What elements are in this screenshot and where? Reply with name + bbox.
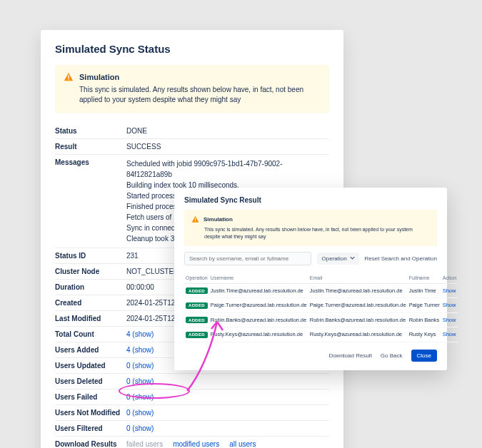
banner-body: This sync is simulated. Any results show… [64, 85, 321, 105]
table-row: ADDED Paige.Turner@azuread.lab.resolutio… [184, 298, 458, 313]
cell-fullname: Rusty Keys [408, 327, 441, 342]
status-value: DONE [126, 123, 329, 139]
updated-link[interactable]: 0 (show) [126, 362, 154, 370]
download-result-link[interactable]: Download Result [328, 352, 371, 359]
cell-email: Paige.Turner@azuread.lab.resolution.de [308, 298, 408, 313]
created-label: Created [55, 295, 126, 311]
simulation-banner: Simulation This sync is simulated. Any r… [55, 65, 329, 113]
search-input[interactable] [184, 252, 311, 265]
page-title: Simulated Sync Status [55, 43, 329, 55]
total-link[interactable]: 4 (show) [126, 330, 154, 338]
duration-label: Duration [55, 280, 126, 295]
modified-label: Last Modified [55, 311, 126, 327]
unmod-link[interactable]: 0 (show) [126, 409, 154, 417]
message-line: Scheduled with jobid 9909c975-1bd1-47b7-… [126, 158, 326, 180]
row-show-link[interactable]: Show [443, 302, 456, 308]
svg-rect-2 [195, 218, 196, 220]
added-badge: ADDED [186, 332, 208, 338]
col-operation: Operation [184, 273, 209, 284]
result-close-button[interactable]: Close [411, 350, 437, 362]
result-table: Operation Username Email Fullname Action… [184, 273, 458, 342]
operation-label: Operation [321, 255, 346, 262]
download-all-link[interactable]: all users [229, 440, 256, 448]
cell-email: Rusty.Keys@azuread.lab.resolution.de [308, 327, 408, 342]
cell-username: Justin.Time@azuread.lab.resolution.de [209, 283, 308, 298]
cell-fullname: Paige Turner [408, 298, 441, 313]
warning-icon [64, 72, 74, 82]
warning-icon [191, 215, 199, 223]
col-username: Username [209, 273, 308, 284]
row-show-link[interactable]: Show [443, 287, 456, 294]
cluster-label: Cluster Node [55, 264, 126, 280]
banner-title: Simulation [79, 73, 119, 81]
table-row: ADDED Robin.Banks@azuread.lab.resolution… [184, 312, 458, 327]
cell-fullname: Robin Banks [408, 312, 441, 327]
result-simulation-banner: Simulation This sync is simulated. Any r… [184, 210, 437, 246]
cell-username: Robin.Banks@azuread.lab.resolution.de [209, 312, 308, 327]
total-label: Total Count [55, 327, 126, 342]
updated-label: Users Updated [55, 358, 126, 374]
failed-link[interactable]: 0 (show) [126, 393, 154, 401]
svg-rect-3 [195, 221, 196, 222]
svg-rect-1 [68, 79, 69, 80]
deleted-link[interactable]: 0 (show) [126, 377, 154, 385]
row-show-link[interactable]: Show [443, 331, 456, 337]
chevron-down-icon [350, 255, 355, 262]
result-banner-title: Simulation [204, 216, 233, 223]
cell-email: Robin.Banks@azuread.lab.resolution.de [308, 312, 408, 327]
added-link[interactable]: 4 (show) [126, 346, 154, 354]
svg-rect-0 [68, 75, 69, 78]
cell-username: Paige.Turner@azuread.lab.resolution.de [209, 298, 308, 313]
added-badge: ADDED [186, 302, 208, 309]
go-back-link[interactable]: Go Back [381, 352, 403, 359]
status-label: Status [55, 123, 126, 139]
table-row: ADDED Justin.Time@azuread.lab.resolution… [184, 283, 458, 298]
failed-label: Users Failed [55, 390, 126, 405]
filtered-link[interactable]: 0 (show) [126, 424, 154, 432]
cell-username: Rusty.Keys@azuread.lab.resolution.de [209, 327, 308, 342]
deleted-label: Users Deleted [55, 374, 126, 390]
unmod-label: Users Not Modified [55, 405, 126, 421]
col-fullname: Fullname [408, 273, 441, 284]
table-row: ADDED Rusty.Keys@azuread.lab.resolution.… [184, 327, 458, 342]
messages-label: Messages [55, 155, 126, 248]
operation-dropdown[interactable]: Operation [317, 253, 358, 265]
result-footer: Download Result Go Back Close [184, 342, 437, 362]
added-label: Users Added [55, 342, 126, 358]
col-action: Action [441, 273, 458, 284]
added-badge: ADDED [186, 317, 208, 323]
result-label: Result [55, 139, 126, 155]
download-failed-link[interactable]: failed users [126, 440, 163, 448]
sync-result-dialog: Simulated Sync Result Simulation This sy… [174, 188, 447, 370]
added-badge: ADDED [186, 287, 208, 294]
result-banner-body: This sync is simulated. Any results show… [191, 226, 430, 240]
result-title: Simulated Sync Result [184, 196, 437, 204]
cell-email: Justin.Time@azuread.lab.resolution.de [308, 283, 408, 298]
col-email: Email [308, 273, 408, 284]
row-show-link[interactable]: Show [443, 317, 456, 323]
filtered-label: Users Filtered [55, 421, 126, 437]
result-value: SUCCESS [126, 139, 329, 155]
reset-search-link[interactable]: Reset Search and Operation [365, 255, 437, 262]
download-label: Download Results [55, 437, 126, 449]
download-modified-link[interactable]: modified users [173, 440, 219, 448]
status-id-label: Status ID [55, 248, 126, 264]
cell-fullname: Justin Time [408, 283, 441, 298]
